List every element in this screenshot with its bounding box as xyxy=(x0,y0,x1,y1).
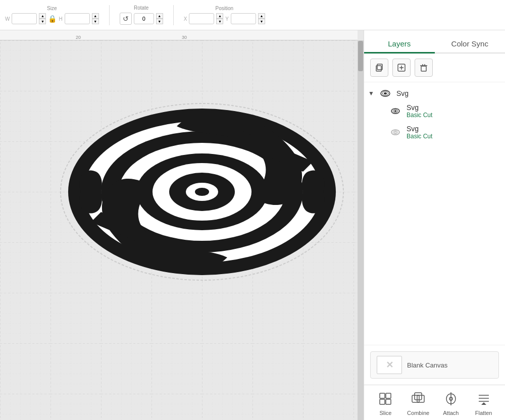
combine-icon xyxy=(409,390,427,408)
layer-sub-name-1: Svg xyxy=(407,103,432,112)
svg-point-30 xyxy=(394,132,397,133)
delete-button[interactable] xyxy=(415,59,433,77)
layer-sub-icon-1 xyxy=(388,106,402,116)
svg-rect-37 xyxy=(415,393,422,400)
svg-point-24 xyxy=(384,92,387,94)
chevron-down-icon: ▼ xyxy=(368,90,374,97)
height-label: H xyxy=(59,16,62,22)
attach-label: Attach xyxy=(443,410,459,416)
size-group: Size W ▲ ▼ 🔒 H ▲ ▼ xyxy=(5,6,99,24)
slice-action[interactable]: Slice xyxy=(370,390,400,416)
layer-sub-item-2[interactable]: Svg Basic Cut xyxy=(364,122,505,143)
x-label: X xyxy=(184,16,187,22)
canvas-preview: ✕ xyxy=(377,356,402,374)
height-input[interactable] xyxy=(65,13,90,24)
svg-point-29 xyxy=(393,131,398,134)
panel-tabs: Layers Color Sync xyxy=(364,30,505,54)
flatten-icon xyxy=(475,390,493,408)
duplicate-icon xyxy=(375,63,384,72)
layer-sub-type-2: Basic Cut xyxy=(407,133,432,140)
blank-canvas-area: ✕ Blank Canvas xyxy=(364,345,505,385)
grid-svg xyxy=(0,40,358,420)
rotate-spinner[interactable]: ▲ ▼ xyxy=(156,13,163,24)
svg-rect-18 xyxy=(421,66,426,71)
main-area: 20 30 xyxy=(0,30,505,420)
top-toolbar: Size W ▲ ▼ 🔒 H ▲ ▼ Rotate ↺ ▲ ▼ xyxy=(0,0,505,30)
layer-sub-info-1: Svg Basic Cut xyxy=(407,103,432,119)
divider-2 xyxy=(173,5,174,25)
layer-sub-item-1[interactable]: Svg Basic Cut xyxy=(364,100,505,122)
height-down[interactable]: ▼ xyxy=(92,19,99,24)
width-down[interactable]: ▼ xyxy=(39,19,46,24)
tab-layers[interactable]: Layers xyxy=(364,34,435,54)
rotate-label: Rotate xyxy=(134,5,148,11)
layer-group-item[interactable]: ▼ Svg xyxy=(364,86,505,100)
scrollbar-thumb[interactable] xyxy=(358,41,363,71)
blank-canvas-label: Blank Canvas xyxy=(407,361,447,369)
svg-rect-36 xyxy=(417,395,424,402)
width-up[interactable]: ▲ xyxy=(39,13,46,19)
position-controls: X ▲ ▼ Y ▲ ▼ xyxy=(184,13,265,24)
rotate-controls: ↺ ▲ ▼ xyxy=(120,13,163,25)
rotate-ccw-button[interactable]: ↺ xyxy=(120,13,132,25)
height-spinner[interactable]: ▲ ▼ xyxy=(92,13,99,24)
divider-1 xyxy=(109,5,110,25)
flatten-action[interactable]: Flatten xyxy=(469,390,499,416)
svg-point-27 xyxy=(394,111,397,112)
ruler-horizontal: 20 30 xyxy=(0,30,358,40)
combine-label: Combine xyxy=(407,410,429,416)
layer-sub-icon-2 xyxy=(388,127,402,137)
tab-color-sync[interactable]: Color Sync xyxy=(435,34,506,54)
layer-sub-type-1: Basic Cut xyxy=(407,112,432,119)
right-panel: Layers Color Sync xyxy=(364,30,505,420)
lock-icon: 🔒 xyxy=(48,15,57,23)
add-button[interactable] xyxy=(392,59,411,77)
size-label: Size xyxy=(47,6,57,11)
combine-action[interactable]: Combine xyxy=(403,390,433,416)
position-group: Position X ▲ ▼ Y ▲ ▼ xyxy=(184,6,265,24)
rotate-down[interactable]: ▼ xyxy=(156,19,163,24)
rotate-up[interactable]: ▲ xyxy=(156,13,163,19)
width-input[interactable] xyxy=(12,13,37,24)
bottom-bar: Slice Combine xyxy=(364,385,505,420)
width-label: W xyxy=(5,16,10,22)
layer-group-name: Svg xyxy=(396,89,409,97)
x-input[interactable] xyxy=(189,13,214,24)
attach-action[interactable]: Attach xyxy=(436,390,466,416)
position-label: Position xyxy=(216,6,234,11)
duplicate-button[interactable] xyxy=(370,59,388,77)
x-spinner[interactable]: ▲ ▼ xyxy=(216,13,223,24)
svg-rect-34 xyxy=(386,399,391,404)
attach-icon xyxy=(442,390,460,408)
y-label: Y xyxy=(225,16,229,22)
x-up[interactable]: ▲ xyxy=(216,13,223,19)
grid-canvas[interactable] xyxy=(0,40,358,420)
size-controls: W ▲ ▼ 🔒 H ▲ ▼ xyxy=(5,13,99,24)
height-up[interactable]: ▲ xyxy=(92,13,99,19)
svg-rect-31 xyxy=(380,393,385,398)
layers-list[interactable]: ▼ Svg xyxy=(364,82,505,345)
delete-icon xyxy=(419,63,428,72)
layer-sub-name-2: Svg xyxy=(407,125,432,133)
svg-rect-35 xyxy=(412,395,419,402)
scrollbar-vertical[interactable] xyxy=(358,40,364,420)
layer-sub-info-2: Svg Basic Cut xyxy=(407,125,432,140)
slice-label: Slice xyxy=(379,410,391,416)
svg-rect-32 xyxy=(386,393,391,398)
svg-point-12 xyxy=(195,188,209,196)
rotate-input[interactable] xyxy=(134,13,154,24)
rotate-group: Rotate ↺ ▲ ▼ xyxy=(120,5,163,25)
ruler-mark-30: 30 xyxy=(182,35,187,40)
y-up[interactable]: ▲ xyxy=(258,13,265,19)
y-spinner[interactable]: ▲ ▼ xyxy=(258,13,265,24)
width-spinner[interactable]: ▲ ▼ xyxy=(39,13,46,24)
canvas-container[interactable]: 20 30 xyxy=(0,30,364,420)
layer-group-icon xyxy=(378,88,392,98)
add-icon xyxy=(397,63,406,72)
y-input[interactable] xyxy=(231,13,256,24)
svg-rect-33 xyxy=(380,399,385,404)
panel-toolbar xyxy=(364,54,505,82)
y-down[interactable]: ▼ xyxy=(258,19,265,24)
blank-canvas-box[interactable]: ✕ Blank Canvas xyxy=(370,351,499,379)
x-down[interactable]: ▼ xyxy=(216,19,223,24)
